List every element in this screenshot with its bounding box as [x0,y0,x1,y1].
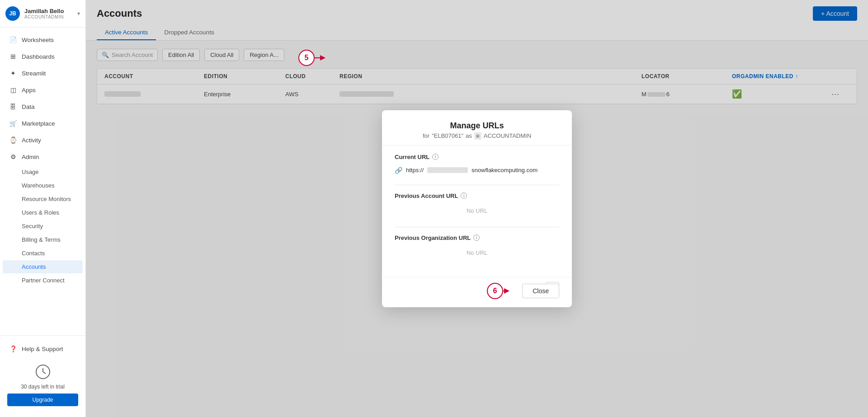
sidebar-item-help[interactable]: ❓ Help & Support [3,341,83,357]
admin-submenu: Usage Warehouses Resource Monitors Users… [0,165,85,287]
modal-overlay: Manage URLs for "ELB07061" as ⊞ ACCOUNTA… [86,0,868,417]
info-icon-3[interactable]: i [473,234,480,241]
modal-footer: ⟳ 6 Close [382,277,572,307]
trial-section: 30 days left in trial Upgrade [0,357,85,412]
sidebar-item-label: Admin [22,154,39,160]
url-divider-2 [395,227,559,227]
account-id: "ELB07061" [432,132,463,139]
modal-subtitle: for "ELB07061" as ⊞ ACCOUNTADMIN [395,132,559,140]
sidebar-item-worksheets[interactable]: 📄 Worksheets [3,32,83,48]
sidebar-item-label: Streamlit [22,70,46,77]
sidebar-item-security[interactable]: Security [3,220,83,233]
admin-icon: ⚙ [9,153,17,161]
sidebar-bottom: ❓ Help & Support 30 days left in trial U… [0,335,85,417]
link-icon: 🔗 [395,167,402,174]
sidebar-item-contacts[interactable]: Contacts [3,247,83,260]
no-url-org: No URL [395,245,559,261]
dashboards-icon: ⊞ [9,52,17,61]
marketplace-icon: 🛒 [9,119,17,127]
prev-account-url-label: Previous Account URL i [395,192,559,199]
current-url-value: 🔗 https:// snowflakecomputing.com [395,164,559,177]
worksheets-icon: 📄 [9,36,17,44]
user-role: ACCOUNTADMIN [24,14,73,19]
sidebar-item-label: Data [22,103,35,110]
sidebar-item-marketplace[interactable]: 🛒 Marketplace [3,115,83,131]
sidebar-item-label: Activity [22,137,41,144]
sidebar-item-billing-terms[interactable]: Billing & Terms [3,233,83,246]
user-info: Jamillah Bello ACCOUNTADMIN [24,8,73,20]
sidebar-item-label: Help & Support [22,346,63,352]
prev-org-url-label: Previous Organization URL i [395,234,559,241]
info-icon-2[interactable]: i [461,192,467,199]
sidebar-nav: 📄 Worksheets ⊞ Dashboards ✦ Streamlit ◫ … [0,28,85,335]
previous-org-url-section: Previous Organization URL i No URL [395,234,559,261]
sidebar-item-label: Worksheets [22,37,54,43]
sidebar-item-accounts[interactable]: Accounts [3,260,83,273]
apps-icon: ◫ [9,86,17,94]
modal-body: Current URL i 🔗 https:// snowflakecomput… [382,145,572,277]
help-icon: ❓ [9,345,17,353]
url-suffix: snowflakecomputing.com [472,167,538,173]
sidebar-item-users-roles[interactable]: Users & Roles [3,206,83,219]
trial-text: 30 days left in trial [21,384,65,390]
annotation-6: 6 [487,283,503,299]
close-button[interactable]: Close [522,284,559,298]
activity-icon: ⌚ [9,136,17,144]
sidebar-item-label: Dashboards [22,53,55,60]
sidebar-item-activity[interactable]: ⌚ Activity [3,132,83,148]
sidebar: JB Jamillah Bello ACCOUNTADMIN ▾ 📄 Works… [0,0,86,417]
data-icon: 🗄 [9,103,17,111]
sidebar-item-data[interactable]: 🗄 Data [3,98,83,115]
avatar: JB [5,6,20,21]
sidebar-item-usage[interactable]: Usage [3,165,83,178]
sidebar-item-streamlit[interactable]: ✦ Streamlit [3,65,83,81]
sidebar-item-resource-monitors[interactable]: Resource Monitors [3,192,83,206]
main-content: Accounts + Account Active Accounts Dropp… [86,0,868,417]
modal-role: ACCOUNTADMIN [484,132,531,139]
upgrade-button[interactable]: Upgrade [7,394,78,406]
no-url-account: No URL [395,203,559,219]
sidebar-item-partner-connect[interactable]: Partner Connect [3,274,83,287]
url-blurred [427,167,468,173]
current-url-label: Current URL i [395,154,559,160]
clock-icon [35,364,51,380]
chevron-down-icon[interactable]: ▾ [77,10,80,17]
modal-header: Manage URLs for "ELB07061" as ⊞ ACCOUNTA… [382,110,572,145]
sidebar-item-admin[interactable]: ⚙ Admin [3,149,83,165]
sidebar-item-dashboards[interactable]: ⊞ Dashboards [3,48,83,65]
url-prefix: https:// [406,167,424,173]
sidebar-item-label: Marketplace [22,120,55,127]
sidebar-item-label: Apps [22,87,36,94]
url-divider [395,185,559,185]
user-profile[interactable]: JB Jamillah Bello ACCOUNTADMIN ▾ [0,0,85,28]
info-icon[interactable]: i [432,154,439,160]
manage-urls-modal: Manage URLs for "ELB07061" as ⊞ ACCOUNTA… [382,110,572,307]
previous-account-url-section: Previous Account URL i No URL [395,192,559,219]
current-url-section: Current URL i 🔗 https:// snowflakecomput… [395,154,559,177]
account-type-icon: ⊞ [474,132,481,140]
svg-line-2 [43,372,46,374]
modal-title: Manage URLs [395,121,559,131]
streamlit-icon: ✦ [9,69,17,77]
sidebar-item-apps[interactable]: ◫ Apps [3,82,83,98]
sidebar-item-warehouses[interactable]: Warehouses [3,179,83,192]
user-name: Jamillah Bello [24,8,73,15]
